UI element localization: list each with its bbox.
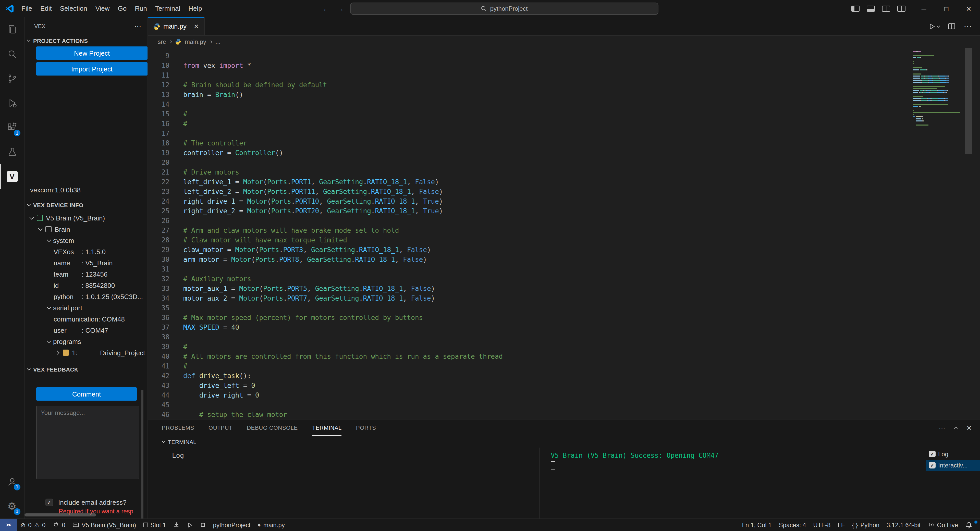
eol-status[interactable]: LF xyxy=(834,521,848,528)
tree-item-1-1-5-0[interactable]: VEXos: 1.1.5.0 xyxy=(24,246,148,257)
menu-run[interactable]: Run xyxy=(130,2,151,14)
section-vex-device-info[interactable]: VEX DEVICE INFO xyxy=(24,199,148,211)
terminal-pane-interactive[interactable]: V5 Brain (V5_Brain) Success: Opening COM… xyxy=(539,447,926,518)
menu-help[interactable]: Help xyxy=(184,2,206,14)
go-live-status[interactable]: Go Live xyxy=(924,521,962,528)
maximize-button[interactable]: □ xyxy=(935,0,958,17)
notifications-button[interactable] xyxy=(962,521,976,528)
tree-item-programs[interactable]: programs xyxy=(24,336,148,347)
tree-item-1-0-1-25-0x5c3d[interactable]: python: 1.0.1.25 (0x5C3D... xyxy=(24,291,148,302)
menu-go[interactable]: Go xyxy=(114,2,131,14)
sidebar-item-source-control[interactable] xyxy=(0,66,24,91)
minimap[interactable] xyxy=(913,48,963,126)
menu-edit[interactable]: Edit xyxy=(36,2,56,14)
slot-status[interactable]: Slot 1 xyxy=(140,519,169,531)
code-line[interactable]: 26 xyxy=(148,216,908,226)
code-editor[interactable]: 910from vex import *1112# Brain should b… xyxy=(148,48,980,419)
code-line[interactable]: 23left_drive_2 = Motor(Ports.PORT11, Gea… xyxy=(148,187,908,197)
terminal-list-item-interactiv[interactable]: ✓Interactiv... xyxy=(926,459,980,471)
panel-tab-problems[interactable]: PROBLEMS xyxy=(162,420,194,436)
code-line[interactable]: 17 xyxy=(148,129,908,138)
project-name-status[interactable]: pythonProject xyxy=(210,519,254,531)
forward-icon[interactable]: → xyxy=(337,5,344,13)
code-line[interactable]: 24right_drive_1 = Motor(Ports.PORT10, Ge… xyxy=(148,197,908,206)
sidebar-horizontal-scrollbar[interactable] xyxy=(24,513,96,516)
terminal-section-header[interactable]: TERMINAL xyxy=(148,436,980,447)
code-line[interactable]: 42def drive_task(): xyxy=(148,371,908,381)
menu-terminal[interactable]: Terminal xyxy=(151,2,184,14)
close-icon[interactable]: ✕ xyxy=(194,23,199,30)
tree-item-com47[interactable]: user: COM47 xyxy=(24,324,148,336)
stop-program-button[interactable] xyxy=(197,519,210,531)
download-program-button[interactable] xyxy=(170,519,183,531)
split-editor-icon[interactable] xyxy=(948,22,956,30)
remote-indicator[interactable]: >< xyxy=(0,519,17,531)
tree-item-driving-project[interactable]: 1:Driving_Project xyxy=(24,347,148,358)
panel-tab-output[interactable]: OUTPUT xyxy=(208,420,232,436)
code-line[interactable]: 25right_drive_2 = Motor(Ports.PORT20, Ge… xyxy=(148,206,908,216)
code-line[interactable]: 38 xyxy=(148,332,908,342)
sidebar-item-search[interactable] xyxy=(0,42,24,66)
code-line[interactable]: 13brain = Brain() xyxy=(148,90,908,100)
more-actions-icon[interactable]: ⋯ xyxy=(134,22,142,30)
run-program-button[interactable] xyxy=(183,519,197,531)
panel-tab-ports[interactable]: PORTS xyxy=(356,420,376,436)
tree-item-serial-port[interactable]: serial port xyxy=(24,302,148,313)
toggle-panel-icon[interactable] xyxy=(867,6,875,12)
code-line[interactable]: 33motor_aux_1 = Motor(Ports.PORT5, GearS… xyxy=(148,284,908,293)
sidebar-item-testing[interactable] xyxy=(0,140,24,164)
code-line[interactable]: 37MAX_SPEED = 40 xyxy=(148,323,908,332)
code-line[interactable]: 36# Max motor speed (percent) for motors… xyxy=(148,313,908,323)
breadcrumb-symbol[interactable]: ... xyxy=(215,38,221,45)
maximize-panel-icon[interactable] xyxy=(954,427,958,430)
code-line[interactable]: 12# Brain should be defined by default xyxy=(148,80,908,90)
language-mode-status[interactable]: { } Python xyxy=(848,521,883,528)
code-line[interactable]: 11 xyxy=(148,70,908,80)
indentation-status[interactable]: Spaces: 4 xyxy=(775,521,810,528)
section-vex-feedback[interactable]: VEX FEEDBACK xyxy=(24,363,148,375)
minimize-button[interactable]: ─ xyxy=(913,0,935,17)
code-line[interactable]: 14 xyxy=(148,100,908,109)
menu-view[interactable]: View xyxy=(91,2,114,14)
code-line[interactable]: 9 xyxy=(148,51,908,61)
python-interpreter-status[interactable]: 3.12.1 64-bit xyxy=(883,521,924,528)
import-project-button[interactable]: Import Project xyxy=(36,62,148,76)
code-line[interactable]: 22left_drive_1 = Motor(Ports.PORT1, Gear… xyxy=(148,177,908,187)
settings-button[interactable]: ⚙ 1 xyxy=(0,494,24,518)
tree-item-system[interactable]: system xyxy=(24,235,148,246)
code-line[interactable]: 10from vex import * xyxy=(148,61,908,70)
active-file-status[interactable]: ◆ main.py xyxy=(254,519,288,531)
code-line[interactable]: 29claw_motor = Motor(Ports.PORT3, GearSe… xyxy=(148,245,908,254)
panel-tab-debug-console[interactable]: DEBUG CONSOLE xyxy=(247,420,298,436)
tree-item-v5-brain-v5-brain[interactable]: V5 Brain (V5_Brain) xyxy=(24,212,148,224)
close-window-button[interactable]: ✕ xyxy=(958,0,980,17)
code-line[interactable]: 44 drive_right = 0 xyxy=(148,390,908,400)
tree-item-v5-brain[interactable]: name: V5_Brain xyxy=(24,257,148,269)
accounts-button[interactable]: 1 xyxy=(0,469,24,494)
more-actions-icon[interactable]: ⋯ xyxy=(939,424,945,431)
code-line[interactable]: 28# Claw motor will have max torque limi… xyxy=(148,235,908,245)
toggle-secondary-sidebar-icon[interactable] xyxy=(882,6,890,12)
terminal-pane-log[interactable]: Log xyxy=(148,447,539,518)
code-line[interactable]: 31 xyxy=(148,264,908,274)
code-line[interactable]: 15# xyxy=(148,109,908,119)
editor-vertical-scrollbar[interactable] xyxy=(965,48,972,154)
toggle-sidebar-icon[interactable] xyxy=(851,6,859,12)
sidebar-item-vex[interactable]: V xyxy=(0,164,24,189)
code-line[interactable]: 32# Auxilary motors xyxy=(148,274,908,284)
code-line[interactable]: 45 xyxy=(148,400,908,410)
terminal-list-item-log[interactable]: ✓Log xyxy=(926,448,980,459)
customize-layout-icon[interactable] xyxy=(897,6,905,12)
close-panel-icon[interactable]: ✕ xyxy=(966,424,972,431)
email-checkbox[interactable]: ✓ xyxy=(45,499,53,506)
more-actions-icon[interactable]: ⋯ xyxy=(964,21,972,31)
code-line[interactable]: 43 drive_left = 0 xyxy=(148,381,908,390)
code-line[interactable]: 16# xyxy=(148,119,908,129)
tab-main-py[interactable]: main.py ✕ xyxy=(148,17,204,35)
sidebar-item-extensions[interactable]: 1 xyxy=(0,115,24,140)
encoding-status[interactable]: UTF-8 xyxy=(810,521,834,528)
new-project-button[interactable]: New Project xyxy=(36,46,148,60)
feedback-message-input[interactable] xyxy=(36,406,139,479)
code-line[interactable]: 34motor_aux_2 = Motor(Ports.PORT7, GearS… xyxy=(148,293,908,303)
code-line[interactable]: 20 xyxy=(148,158,908,167)
